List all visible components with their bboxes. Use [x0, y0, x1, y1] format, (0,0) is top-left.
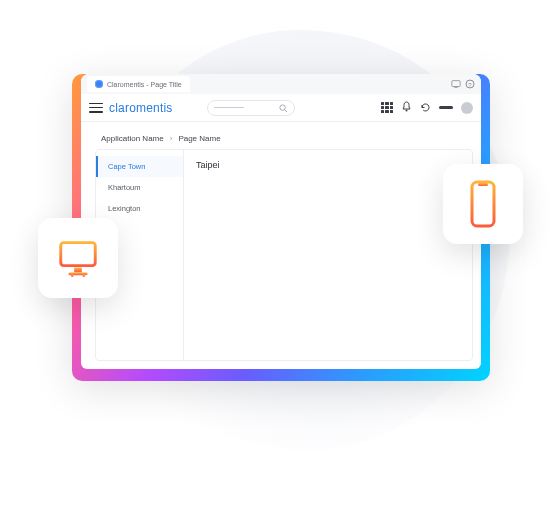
browser-tab[interactable]: Claromentis - Page Title	[87, 76, 190, 92]
app-topbar: claromentis	[81, 94, 481, 122]
search-icon	[279, 99, 288, 117]
menu-icon[interactable]	[89, 101, 103, 115]
svg-rect-9	[68, 272, 87, 275]
mobile-phone-icon	[465, 178, 501, 230]
sidebar-item-label: Cape Town	[108, 162, 145, 171]
apps-grid-icon[interactable]	[381, 102, 393, 114]
svg-point-10	[71, 274, 73, 276]
browser-viewport: Claromentis - Page Title ? claromentis	[81, 74, 481, 369]
page-title: Taipei	[196, 160, 460, 170]
refresh-icon[interactable]	[420, 99, 431, 117]
device-preview-icon[interactable]	[451, 79, 461, 89]
sidebar-item-khartoum[interactable]: Khartoum	[96, 177, 183, 198]
svg-rect-13	[478, 183, 488, 186]
browser-tab-title: Claromentis - Page Title	[107, 81, 182, 88]
breadcrumb-app[interactable]: Application Name	[101, 134, 164, 143]
browser-window: Claromentis - Page Title ? claromentis	[72, 74, 490, 381]
main-panel: Cape Town Khartoum Lexington Taipei	[95, 149, 473, 361]
svg-point-11	[83, 274, 85, 276]
svg-text:?: ?	[468, 82, 472, 88]
svg-rect-1	[454, 87, 457, 88]
breadcrumb-page[interactable]: Page Name	[178, 134, 220, 143]
favicon-icon	[95, 80, 103, 88]
svg-line-5	[284, 109, 287, 112]
svg-rect-8	[74, 268, 82, 273]
sidebar-item-cape-town[interactable]: Cape Town	[96, 156, 183, 177]
user-avatar[interactable]	[461, 102, 473, 114]
chevron-right-icon: ›	[170, 134, 173, 143]
main-area: Taipei	[184, 150, 472, 360]
svg-rect-0	[452, 81, 460, 87]
breadcrumb: Application Name › Page Name	[95, 130, 473, 149]
mobile-device-card	[443, 164, 523, 244]
brand-logo[interactable]: claromentis	[109, 101, 173, 115]
sidebar-item-lexington[interactable]: Lexington	[96, 198, 183, 219]
desktop-monitor-icon	[55, 235, 101, 281]
help-icon[interactable]: ?	[465, 79, 475, 89]
browser-tab-strip: Claromentis - Page Title ?	[81, 74, 481, 94]
svg-rect-12	[472, 182, 494, 226]
svg-point-4	[280, 104, 285, 109]
desktop-device-card	[38, 218, 118, 298]
topbar-actions	[381, 99, 473, 117]
svg-rect-7	[61, 243, 96, 266]
search-input[interactable]	[207, 100, 295, 116]
sidebar-item-label: Khartoum	[108, 183, 141, 192]
bell-icon[interactable]	[401, 99, 412, 117]
svg-point-6	[406, 109, 408, 111]
sidebar-item-label: Lexington	[108, 204, 141, 213]
user-menu-bar[interactable]	[439, 106, 453, 109]
content-area: Application Name › Page Name Cape Town K…	[81, 122, 481, 369]
search-placeholder-line	[214, 107, 244, 109]
